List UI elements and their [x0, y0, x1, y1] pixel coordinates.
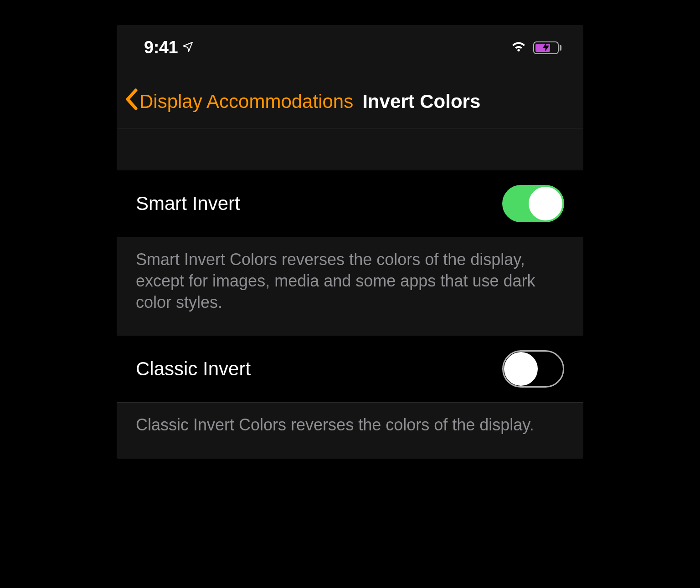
location-icon [182, 41, 193, 54]
toggle-knob [529, 187, 562, 220]
section-spacer [117, 128, 583, 170]
charging-bolt-icon [543, 42, 549, 53]
nav-bar: Display Accommodations Invert Colors [117, 70, 583, 128]
back-button-label[interactable]: Display Accommodations [139, 91, 353, 112]
smart-invert-footer: Smart Invert Colors reverses the colors … [117, 237, 583, 336]
smart-invert-label: Smart Invert [136, 193, 240, 215]
status-bar: 9:41 [117, 25, 583, 70]
status-left: 9:41 [144, 38, 193, 57]
smart-invert-toggle[interactable] [502, 185, 564, 222]
battery-icon [533, 41, 561, 54]
toggle-knob [504, 352, 538, 386]
wifi-icon [510, 41, 527, 55]
page-title: Invert Colors [362, 91, 480, 112]
classic-invert-row: Classic Invert [117, 336, 583, 403]
classic-invert-toggle[interactable] [502, 350, 564, 388]
smart-invert-row: Smart Invert [117, 170, 583, 237]
classic-invert-label: Classic Invert [136, 358, 251, 380]
settings-screen: 9:41 [117, 25, 583, 459]
status-time: 9:41 [144, 38, 178, 57]
back-chevron-icon[interactable] [125, 88, 138, 114]
classic-invert-footer: Classic Invert Colors reverses the color… [117, 403, 583, 459]
status-right [510, 41, 561, 55]
